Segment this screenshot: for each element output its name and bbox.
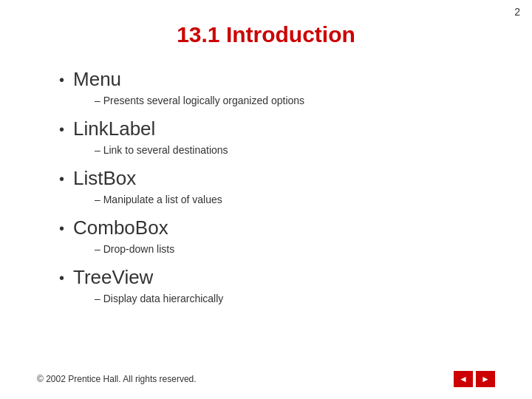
bullet-main-menu: • Menu [59, 68, 495, 91]
bullet-sub-menu: – Presents several logically organized o… [59, 94, 495, 107]
bullet-item-linklabel: • LinkLabel – Link to several destinatio… [59, 117, 495, 157]
bullet-dot-combobox: • [59, 221, 64, 236]
bullet-sub-desc-linklabel: Link to several destinations [103, 144, 228, 156]
bullet-dot-listbox: • [59, 171, 64, 186]
bullet-sub-text-treeview: – [95, 293, 103, 304]
bullet-sub-combobox: – Drop-down lists [59, 242, 495, 256]
bullet-sub-linklabel: – Link to several destinations [59, 143, 495, 157]
copyright-text: © 2002 Prentice Hall. All rights reserve… [37, 374, 197, 384]
bullet-sub-treeview: – Display data hierarchically [59, 292, 495, 305]
bullet-sub-text-linklabel: – [95, 144, 103, 156]
bullet-sub-desc-listbox: Manipulate a list of values [103, 194, 222, 205]
bullet-label-combobox: ComboBox [73, 216, 168, 239]
bullet-label-listbox: ListBox [73, 167, 136, 190]
bullet-sub-desc-menu: Presents several logically organized opt… [103, 95, 304, 106]
nav-buttons: ◄ ► [454, 371, 495, 387]
bullet-main-linklabel: • LinkLabel [59, 117, 495, 140]
bullet-main-listbox: • ListBox [59, 167, 495, 190]
bullet-item-listbox: • ListBox – Manipulate a list of values [59, 167, 495, 206]
bullet-main-treeview: • TreeView [59, 266, 495, 289]
content-area: • Menu – Presents several logically orga… [37, 68, 495, 305]
next-icon: ► [481, 374, 490, 384]
footer: © 2002 Prentice Hall. All rights reserve… [37, 371, 495, 387]
slide-title: 13.1 Introduction [37, 22, 495, 47]
bullet-main-combobox: • ComboBox [59, 216, 495, 239]
next-button[interactable]: ► [476, 371, 495, 387]
bullet-sub-text-menu: – [95, 95, 103, 106]
bullet-sub-text-listbox: – [95, 194, 103, 205]
prev-icon: ◄ [459, 374, 468, 384]
bullet-item-menu: • Menu – Presents several logically orga… [59, 68, 495, 107]
slide-container: 2 13.1 Introduction • Menu – Presents se… [0, 0, 532, 399]
bullet-label-menu: Menu [73, 68, 121, 91]
bullet-sub-desc-treeview: Display data hierarchically [103, 293, 224, 304]
bullet-item-combobox: • ComboBox – Drop-down lists [59, 216, 495, 256]
bullet-sub-desc-combobox: Drop-down lists [103, 243, 174, 255]
bullet-dot-treeview: • [59, 270, 64, 285]
bullet-label-linklabel: LinkLabel [73, 117, 155, 140]
bullet-item-treeview: • TreeView – Display data hierarchically [59, 266, 495, 305]
bullet-label-treeview: TreeView [73, 266, 153, 289]
bullet-dot-menu: • [59, 72, 64, 87]
prev-button[interactable]: ◄ [454, 371, 473, 387]
bullet-dot-linklabel: • [59, 122, 64, 137]
bullet-sub-text-combobox: – [95, 243, 103, 255]
bullet-sub-listbox: – Manipulate a list of values [59, 193, 495, 206]
page-number: 2 [514, 6, 520, 18]
